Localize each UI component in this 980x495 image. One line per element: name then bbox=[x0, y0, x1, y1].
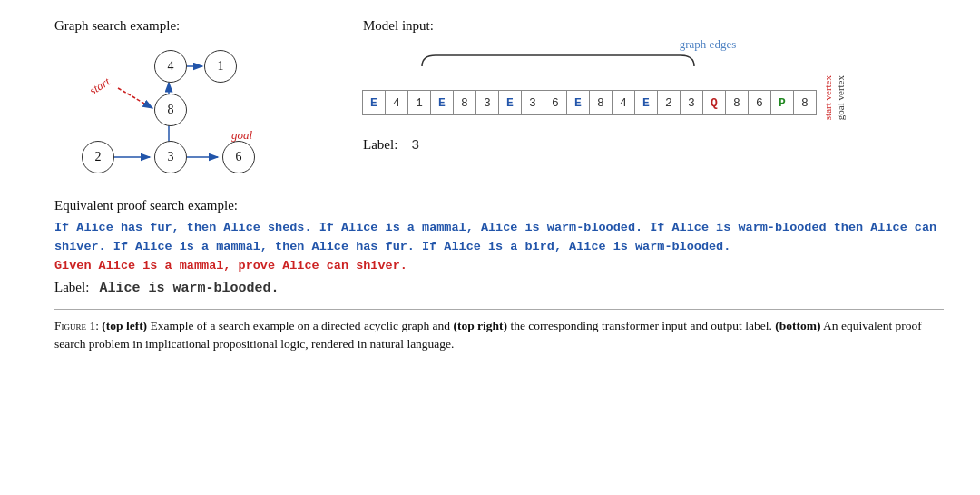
start-vertex-label: start vertex bbox=[822, 75, 833, 120]
caption-text: (top left) Example of a search example o… bbox=[54, 319, 922, 351]
model-label-line: Label: 3 bbox=[363, 137, 944, 153]
figure-label: Figure 1: bbox=[54, 319, 99, 332]
node-3: 3 bbox=[154, 141, 187, 173]
proof-red-text: Given Alice is a mammal, prove Alice can… bbox=[54, 259, 407, 272]
proof-label-value: Alice is warm-blooded. bbox=[100, 281, 279, 296]
node-2: 2 bbox=[82, 141, 114, 173]
token-1a: 1 bbox=[407, 90, 431, 115]
proof-label-text: Label: bbox=[54, 280, 89, 294]
token-6a: 6 bbox=[544, 90, 567, 115]
graph-example-title: Graph search example: bbox=[54, 18, 345, 34]
start-label: start bbox=[87, 74, 113, 98]
proof-label-line: Label: Alice is warm-blooded. bbox=[54, 280, 944, 296]
node-8: 8 bbox=[154, 94, 187, 126]
graph-edges-label: graph edges bbox=[417, 37, 980, 52]
token-8d: 8 bbox=[793, 90, 817, 115]
token-4b: 4 bbox=[612, 90, 635, 115]
graph-canvas: start goal 4 1 8 2 3 6 bbox=[54, 41, 309, 182]
node-4: 4 bbox=[154, 50, 187, 83]
figure-caption: Figure 1: (top left) Example of a search… bbox=[54, 309, 944, 354]
token-8b: 8 bbox=[589, 90, 612, 115]
model-input-section: Model input: graph edges E 4 1 E 8 3 E 3… bbox=[345, 18, 944, 153]
token-2a: 2 bbox=[657, 90, 681, 115]
node-6: 6 bbox=[222, 141, 255, 173]
token-3a: 3 bbox=[475, 90, 499, 115]
token-8a: 8 bbox=[453, 90, 476, 115]
brace-container bbox=[417, 54, 699, 72]
token-E3: E bbox=[498, 90, 522, 115]
svg-line-7 bbox=[118, 88, 152, 108]
token-8c: 8 bbox=[725, 90, 749, 115]
token-P: P bbox=[770, 90, 794, 115]
model-label-text: Label: bbox=[363, 137, 397, 152]
goal-vertex-label: goal vertex bbox=[835, 75, 846, 120]
brace-svg bbox=[417, 54, 699, 68]
token-3b: 3 bbox=[521, 90, 544, 115]
token-6b: 6 bbox=[748, 90, 771, 115]
token-3c: 3 bbox=[680, 90, 703, 115]
token-Q: Q bbox=[702, 90, 726, 115]
node-1: 1 bbox=[204, 50, 237, 83]
proof-section: Equivalent proof search example: If Alic… bbox=[54, 198, 944, 296]
token-E1: E bbox=[362, 90, 386, 115]
token-4a: 4 bbox=[385, 90, 408, 115]
proof-blue-text: If Alice has fur, then Alice sheds. If A… bbox=[54, 221, 936, 253]
token-E2: E bbox=[430, 90, 454, 115]
proof-text-block: If Alice has fur, then Alice sheds. If A… bbox=[54, 219, 944, 276]
token-E4: E bbox=[566, 90, 590, 115]
model-label-value: 3 bbox=[411, 138, 419, 153]
graph-example-section: Graph search example: bbox=[54, 18, 345, 182]
token-row: E 4 1 E 8 3 E 3 6 E 8 4 E 2 3 Q 8 6 P 8 bbox=[363, 75, 944, 130]
token-E5: E bbox=[634, 90, 658, 115]
proof-title: Equivalent proof search example: bbox=[54, 198, 944, 213]
model-input-title: Model input: bbox=[363, 18, 944, 34]
